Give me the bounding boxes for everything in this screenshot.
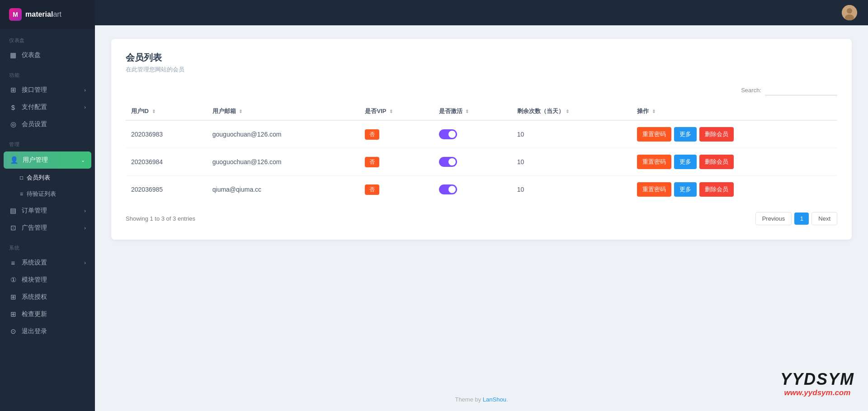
chevron-right-icon: › xyxy=(84,87,86,93)
next-button[interactable]: Next xyxy=(811,212,837,225)
sidebar: M materialart 仪表盘 ▦ 仪表盘 功能 ⊞ 接口管理 › $ 支付… xyxy=(0,0,95,411)
avatar[interactable] xyxy=(842,5,857,20)
settings-icon: ≡ xyxy=(9,259,17,267)
section-label-system: 系统 xyxy=(0,236,95,254)
search-input[interactable] xyxy=(765,85,837,95)
list-icon: ≡ xyxy=(20,191,23,197)
vip-badge: 否 xyxy=(365,157,379,167)
section-label-manage: 管理 xyxy=(0,133,95,151)
more-button[interactable]: 更多 xyxy=(674,127,697,142)
reset-password-button[interactable]: 重置密码 xyxy=(637,182,671,197)
footer: Theme by LanShou. xyxy=(95,388,868,411)
more-button[interactable]: 更多 xyxy=(674,155,697,169)
api-icon: ⊞ xyxy=(9,86,17,94)
logo-text: materialart xyxy=(25,10,61,19)
logo-area: M materialart xyxy=(0,0,95,29)
delete-member-button[interactable]: 删除会员 xyxy=(699,127,734,142)
sidebar-item-label: 支付配置 xyxy=(22,103,47,111)
sidebar-item-label: 会员设置 xyxy=(22,120,47,128)
toggle-switch[interactable] xyxy=(439,184,457,194)
cell-is-active xyxy=(434,176,512,203)
col-remaining: 剩余次数（当天）⇕ xyxy=(512,103,632,120)
delete-member-button[interactable]: 删除会员 xyxy=(699,155,734,169)
toggle-slider xyxy=(439,157,457,167)
sidebar-item-label: 系统授权 xyxy=(22,293,47,301)
cell-actions: 重置密码更多删除会员 xyxy=(632,148,837,176)
sidebar-item-label: 接口管理 xyxy=(22,86,47,94)
table-footer: Showing 1 to 3 of 3 entries Previous 1 N… xyxy=(126,212,837,225)
delete-member-button[interactable]: 删除会员 xyxy=(699,182,734,197)
cell-actions: 重置密码更多删除会员 xyxy=(632,120,837,148)
toggle-switch[interactable] xyxy=(439,157,457,167)
sort-icon: ⇕ xyxy=(652,109,656,114)
chevron-right-icon: › xyxy=(84,260,86,265)
table-body: 202036983gouguochuan@126.com否10重置密码更多删除会… xyxy=(126,120,837,203)
dashboard-icon: ▦ xyxy=(9,51,17,59)
module-icon: ① xyxy=(9,276,17,284)
reset-password-button[interactable]: 重置密码 xyxy=(637,155,671,169)
sort-icon: ⇕ xyxy=(465,109,469,114)
col-email: 用户邮箱 ⇕ xyxy=(207,103,360,120)
chevron-right-icon: › xyxy=(84,104,86,110)
sidebar-item-member-settings[interactable]: ◎ 会员设置 xyxy=(0,116,95,133)
sidebar-item-ad-manage[interactable]: ⊡ 广告管理 › xyxy=(0,219,95,236)
vip-badge: 否 xyxy=(365,184,379,195)
sort-icon: ⇕ xyxy=(389,109,393,114)
cell-user-id: 202036983 xyxy=(126,120,207,148)
sidebar-item-dashboard[interactable]: ▦ 仪表盘 xyxy=(0,47,95,64)
sidebar-subitem-member-list[interactable]: □ 会员列表 xyxy=(0,170,95,186)
sidebar-item-payment-config[interactable]: $ 支付配置 › xyxy=(0,99,95,116)
more-button[interactable]: 更多 xyxy=(674,182,697,197)
cell-email: qiuma@qiuma.cc xyxy=(207,176,360,203)
square-icon: □ xyxy=(20,175,23,181)
footer-text: Theme by xyxy=(455,396,482,403)
sidebar-item-label: 广告管理 xyxy=(22,224,47,232)
toggle-slider xyxy=(439,184,457,194)
sidebar-item-module-manage[interactable]: ① 模块管理 xyxy=(0,271,95,288)
footer-link[interactable]: LanShou xyxy=(483,396,506,403)
col-actions: 操作 ⇕ xyxy=(632,103,837,120)
toggle-slider xyxy=(439,129,457,139)
sort-icon: ⇕ xyxy=(152,109,156,114)
cell-is-vip: 否 xyxy=(359,148,433,176)
cell-remaining: 10 xyxy=(512,120,632,148)
search-bar: Search: xyxy=(126,85,837,95)
showing-text: Showing 1 to 3 of 3 entries xyxy=(126,215,195,222)
sidebar-subitem-pending-list[interactable]: ≡ 待验证列表 xyxy=(0,186,95,202)
cell-is-active xyxy=(434,120,512,148)
sidebar-item-api-manage[interactable]: ⊞ 接口管理 › xyxy=(0,81,95,99)
sidebar-item-label: 仪表盘 xyxy=(22,51,41,59)
cell-user-id: 202036985 xyxy=(126,176,207,203)
main-area: 会员列表 在此管理您网站的会员 Search: 用户ID ⇕ 用户邮箱 ⇕ 是否… xyxy=(95,0,868,411)
cell-is-vip: 否 xyxy=(359,176,433,203)
sidebar-sub-label: 会员列表 xyxy=(27,174,50,182)
sidebar-item-label: 系统设置 xyxy=(22,259,47,267)
section-label-function: 功能 xyxy=(0,64,95,81)
topbar xyxy=(95,0,868,25)
chevron-down-icon: ⌄ xyxy=(81,157,85,163)
col-user-id: 用户ID ⇕ xyxy=(126,103,207,120)
sidebar-item-label: 用户管理 xyxy=(23,156,48,164)
sidebar-item-check-update[interactable]: ⊞ 检查更新 xyxy=(0,306,95,323)
previous-button[interactable]: Previous xyxy=(755,212,792,225)
sidebar-item-sys-auth[interactable]: ⊞ 系统授权 xyxy=(0,288,95,306)
sidebar-item-order-manage[interactable]: ▤ 订单管理 › xyxy=(0,202,95,219)
sidebar-item-label: 模块管理 xyxy=(22,276,47,284)
toggle-switch[interactable] xyxy=(439,129,457,139)
sidebar-item-logout[interactable]: ⊙ 退出登录 xyxy=(0,323,95,340)
logout-icon: ⊙ xyxy=(9,327,17,335)
cell-is-active xyxy=(434,148,512,176)
payment-icon: $ xyxy=(9,103,17,111)
page-title: 会员列表 xyxy=(126,52,837,64)
page-1-button[interactable]: 1 xyxy=(794,213,809,225)
cell-email: gouguochuan@126.com xyxy=(207,120,360,148)
table-head: 用户ID ⇕ 用户邮箱 ⇕ 是否VIP ⇕ 是否激活 ⇕ 剩余次数（当天）⇕ 操… xyxy=(126,103,837,120)
cell-user-id: 202036984 xyxy=(126,148,207,176)
reset-password-button[interactable]: 重置密码 xyxy=(637,127,671,142)
table-row: 202036985qiuma@qiuma.cc否10重置密码更多删除会员 xyxy=(126,176,837,203)
search-label: Search: xyxy=(741,87,761,94)
sidebar-item-label: 检查更新 xyxy=(22,310,47,318)
sidebar-item-user-manage[interactable]: 👤 用户管理 ⌄ xyxy=(4,151,91,169)
table-header-row: 用户ID ⇕ 用户邮箱 ⇕ 是否VIP ⇕ 是否激活 ⇕ 剩余次数（当天）⇕ 操… xyxy=(126,103,837,120)
sidebar-item-sys-settings[interactable]: ≡ 系统设置 › xyxy=(0,254,95,271)
